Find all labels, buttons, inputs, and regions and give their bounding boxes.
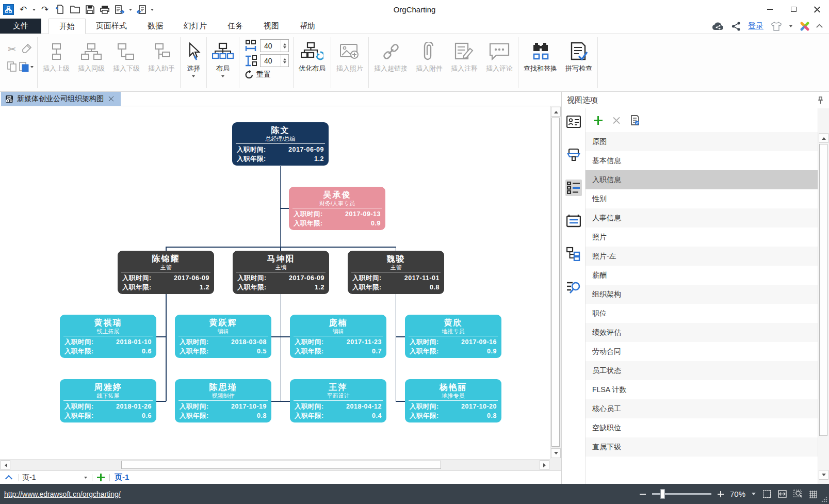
style-brush-icon[interactable]: [565, 147, 582, 163]
insert-attachment-button[interactable]: 插入附件: [412, 34, 447, 91]
select-mode-icon[interactable]: [762, 490, 771, 499]
paste-button[interactable]: [19, 61, 34, 72]
scroll-thumb[interactable]: [121, 461, 441, 469]
document-tab-close-icon[interactable]: [108, 96, 114, 102]
redo-button[interactable]: ↷: [39, 4, 51, 15]
org-node[interactable]: 马坤阳 主编 入职时间:2017-06-09 入职年限:1.2: [233, 251, 329, 294]
format-painter-icon[interactable]: [21, 44, 31, 54]
page-selector[interactable]: 页-1: [22, 473, 84, 482]
tab-view[interactable]: 视图: [253, 19, 289, 34]
view-option-item[interactable]: 员工状态: [586, 361, 818, 380]
horizontal-spacing-stepper[interactable]: 40: [260, 39, 289, 52]
vertical-spacing-stepper[interactable]: 40: [260, 54, 289, 67]
delete-view-button[interactable]: [613, 117, 620, 124]
login-link[interactable]: 登录: [748, 21, 763, 31]
qat-overflow-caret[interactable]: [151, 9, 154, 12]
vertical-spacing-arrows[interactable]: [281, 55, 288, 67]
view-option-item[interactable]: 直属下级: [586, 437, 818, 457]
insert-assistant-button[interactable]: 插入助手: [144, 34, 179, 91]
org-structure-icon[interactable]: [565, 246, 582, 262]
scroll-right-button[interactable]: [540, 460, 549, 470]
insert-peer-button[interactable]: 插入同级: [74, 34, 109, 91]
org-chart-canvas[interactable]: 陈文 总经理/总编 入职时间:2017-06-09 入职年限:1.2 吴承俊 财…: [0, 106, 550, 459]
panel-scrollbar[interactable]: [818, 108, 829, 484]
view-option-item[interactable]: 劳动合同: [586, 342, 818, 361]
view-option-item[interactable]: 薪酬: [586, 266, 818, 285]
tshirt-icon[interactable]: [771, 22, 782, 31]
view-option-item[interactable]: 原图: [586, 132, 818, 151]
print-button[interactable]: [99, 4, 110, 15]
zoom-slider-thumb[interactable]: [660, 489, 665, 499]
insert-note-button[interactable]: 插入注释: [447, 34, 482, 91]
canvas-horizontal-scrollbar[interactable]: [0, 459, 550, 470]
find-replace-button[interactable]: 查找和替换: [519, 34, 561, 91]
insert-subordinate-button[interactable]: 插入下级: [109, 34, 144, 91]
view-option-item[interactable]: 照片-左: [586, 247, 818, 266]
add-page-button[interactable]: [97, 474, 105, 481]
horizontal-spacing-arrows[interactable]: [281, 40, 288, 52]
view-option-item[interactable]: 人事信息: [586, 208, 818, 227]
view-option-item[interactable]: 性别: [586, 189, 818, 208]
org-node[interactable]: 魏骏 主管 入职时间:2017-11-01 入职年限:0.8: [348, 251, 444, 294]
copy-icon[interactable]: [7, 61, 17, 72]
scroll-up-button[interactable]: [819, 133, 828, 143]
paste-dropdown-caret[interactable]: [30, 66, 34, 70]
org-node[interactable]: 王萍 平面设计 入职时间:2018-04-12 入职年限:0.4: [290, 379, 386, 422]
cloud-icon[interactable]: [712, 22, 724, 30]
spell-check-button[interactable]: 拼写检查: [561, 34, 596, 91]
insert-photo-button[interactable]: 插入照片: [332, 34, 367, 91]
view-option-item[interactable]: 基本信息: [586, 151, 818, 170]
cut-icon[interactable]: ✂: [8, 43, 16, 55]
scroll-down-button[interactable]: [819, 470, 828, 480]
reset-button[interactable]: 重置: [245, 70, 289, 79]
zoom-slider[interactable]: [652, 493, 711, 495]
edit-view-button[interactable]: [630, 115, 640, 125]
org-node[interactable]: 庞楠 编辑 入职时间:2017-11-23 入职年限:0.7: [290, 315, 386, 358]
vertical-spacing-value[interactable]: 40: [261, 57, 281, 65]
view-option-item[interactable]: FLSA 计数: [586, 380, 818, 399]
scroll-left-button[interactable]: [1, 460, 10, 470]
layout-button[interactable]: 布局: [208, 34, 238, 91]
website-link[interactable]: http://www.edrawsoft.cn/orgcharting/: [4, 490, 121, 498]
share-icon[interactable]: [732, 22, 741, 31]
tab-data[interactable]: 数据: [137, 19, 173, 34]
brand-logo-icon[interactable]: [800, 21, 810, 31]
pin-icon[interactable]: [817, 96, 824, 104]
view-option-item[interactable]: 职位: [586, 304, 818, 323]
minimize-button[interactable]: [758, 2, 782, 17]
optimize-layout-button[interactable]: 优化布局: [295, 34, 330, 91]
org-node[interactable]: 黄祺瑞 线上拓展 入职时间:2018-01-10 入职年限:0.6: [60, 315, 156, 358]
tab-slides[interactable]: 幻灯片: [173, 19, 217, 34]
select-button[interactable]: 选择: [182, 34, 205, 91]
zoom-in-button[interactable]: [718, 491, 724, 497]
scroll-thumb[interactable]: [819, 144, 827, 436]
add-view-button[interactable]: [594, 116, 603, 125]
view-option-item[interactable]: 空缺职位: [586, 418, 818, 437]
view-option-item-selected[interactable]: 入职信息: [586, 170, 818, 189]
horizontal-spacing-value[interactable]: 40: [261, 42, 281, 50]
grid-icon[interactable]: [808, 490, 818, 499]
export-button[interactable]: [114, 4, 125, 15]
file-menu-button[interactable]: 文件: [0, 19, 41, 34]
view-option-item[interactable]: 绩效评估: [586, 323, 818, 342]
tab-help[interactable]: 帮助: [289, 19, 326, 34]
zoom-out-button[interactable]: [640, 494, 646, 495]
scroll-thumb[interactable]: [551, 118, 560, 447]
export-dropdown-caret[interactable]: [129, 9, 132, 12]
active-page-tab[interactable]: 页-1: [115, 473, 129, 482]
fields-view-icon[interactable]: [565, 180, 582, 196]
view-option-item[interactable]: 照片: [586, 227, 818, 247]
undo-dropdown-caret[interactable]: [32, 9, 36, 12]
tab-home[interactable]: 开始: [48, 19, 86, 34]
fit-to-window-icon[interactable]: [777, 490, 787, 499]
open-file-button[interactable]: [69, 4, 80, 15]
new-document-button[interactable]: [54, 4, 66, 15]
maximize-button[interactable]: [782, 2, 805, 17]
insert-comment-button[interactable]: 插入评论: [482, 34, 517, 91]
select-dropdown-caret[interactable]: [192, 75, 195, 79]
tab-page-style[interactable]: 页面样式: [86, 19, 137, 34]
collapse-ribbon-button[interactable]: [816, 24, 823, 30]
pages-panel-toggle-icon[interactable]: [5, 475, 12, 482]
zoom-region-icon[interactable]: [793, 490, 802, 499]
close-button[interactable]: [805, 2, 829, 17]
